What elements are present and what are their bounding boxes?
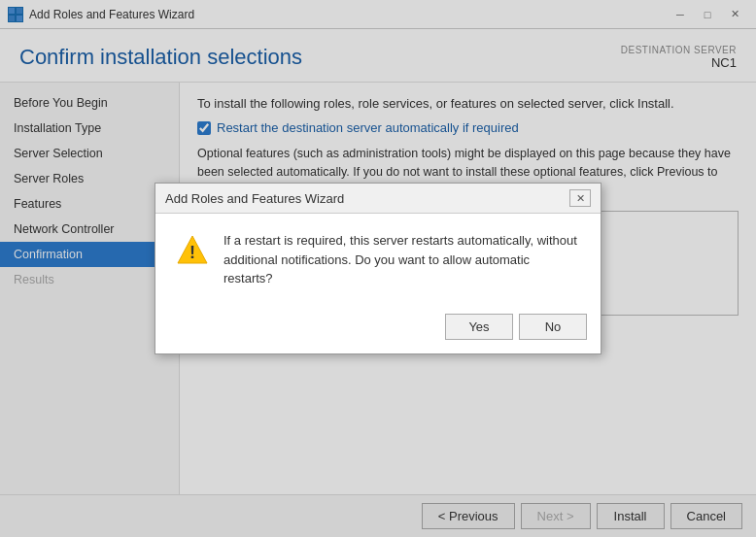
dialog-title-bar: Add Roles and Features Wizard ✕: [155, 184, 601, 214]
dialog-body: ! If a restart is required, this server …: [155, 214, 601, 306]
warning-icon: !: [175, 233, 210, 268]
dialog-message: If a restart is required, this server re…: [223, 231, 581, 288]
dialog-footer: Yes No: [155, 306, 601, 353]
svg-text:!: !: [189, 243, 195, 262]
restart-dialog: Add Roles and Features Wizard ✕ ! If a r…: [155, 183, 601, 354]
dialog-title: Add Roles and Features Wizard: [165, 191, 344, 206]
dialog-yes-button[interactable]: Yes: [445, 314, 513, 340]
dialog-no-button[interactable]: No: [519, 314, 587, 340]
dialog-close-button[interactable]: ✕: [569, 189, 591, 207]
dialog-overlay: Add Roles and Features Wizard ✕ ! If a r…: [0, 0, 756, 537]
